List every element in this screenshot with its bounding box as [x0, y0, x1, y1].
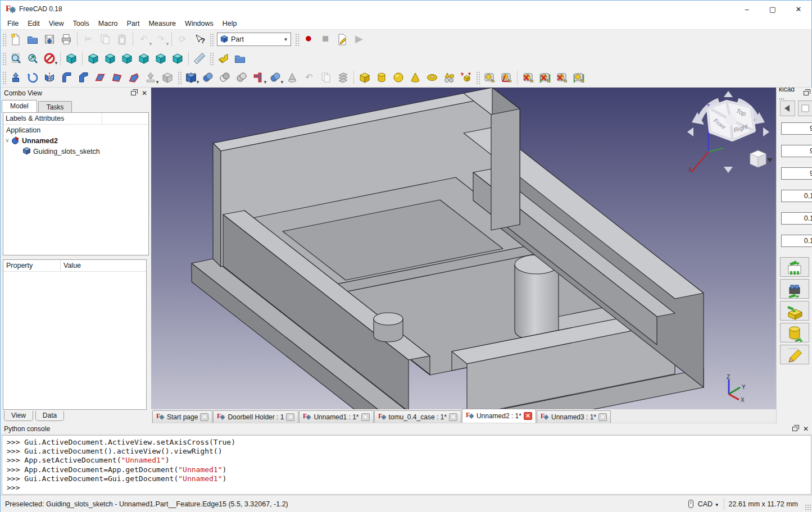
3d-model-part[interactable]	[151, 88, 776, 409]
redo-button[interactable]: ↷▼	[152, 31, 169, 48]
new-file-button[interactable]	[7, 31, 24, 48]
tab-tasks[interactable]: Tasks	[38, 101, 72, 113]
kicad-field-1[interactable]: 90	[781, 145, 812, 157]
part-mirror-button[interactable]	[41, 69, 58, 86]
menu-measure[interactable]: Measure	[144, 19, 180, 29]
part-union-button[interactable]	[199, 69, 216, 86]
toolbar-drag-handle[interactable]	[2, 52, 6, 65]
paste-button[interactable]	[114, 31, 130, 48]
view-left-button[interactable]	[169, 50, 186, 67]
refresh-button[interactable]: ⟳	[174, 31, 191, 48]
open-file-button[interactable]	[24, 31, 41, 48]
part-ruled-surface-button[interactable]	[108, 69, 125, 86]
toolbar-drag-handle[interactable]	[209, 33, 214, 46]
part-make-face-button[interactable]	[92, 69, 108, 86]
toolbar-drag-handle[interactable]	[177, 71, 182, 84]
3d-viewport[interactable]: Z X Top Front Right	[151, 88, 776, 409]
kicad-export-library-button[interactable]	[780, 323, 809, 342]
close-panel-icon[interactable]: ✕	[801, 425, 810, 433]
kicad-field-4[interactable]: 0.10	[781, 212, 812, 225]
close-tab-icon[interactable]: ✕	[449, 413, 457, 421]
menu-macro[interactable]: Macro	[94, 19, 123, 29]
document-tab-4[interactable]: F Unnamed2 : 1* ✕	[462, 409, 536, 423]
measure-linear-button[interactable]	[481, 69, 498, 86]
kicad-export-pcb-button[interactable]	[780, 257, 809, 277]
blank-page-button[interactable]	[798, 100, 812, 116]
chevron-down-icon[interactable]: ▼	[281, 33, 291, 45]
part-boolean-button[interactable]: ▼	[183, 69, 199, 86]
toolbar-drag-handle[interactable]	[294, 33, 299, 46]
primitive-torus-button[interactable]	[424, 69, 441, 86]
toolbar-drag-handle[interactable]	[209, 52, 214, 65]
shape-builder-button[interactable]	[457, 69, 474, 86]
part-icon-button[interactable]	[215, 50, 232, 67]
macro-edit-button[interactable]	[334, 31, 351, 48]
kicad-export-module-button[interactable]	[780, 301, 809, 321]
close-button[interactable]: ✕	[786, 1, 811, 17]
part-thickness-button[interactable]	[159, 69, 176, 86]
primitive-cylinder-button[interactable]	[373, 69, 390, 86]
measure-distance-button[interactable]	[191, 50, 208, 67]
back-button[interactable]	[780, 100, 795, 116]
print-button[interactable]	[58, 31, 75, 48]
part-cross-sections-button[interactable]: ▼	[267, 69, 284, 86]
menu-tools[interactable]: Tools	[69, 19, 94, 29]
tab-model[interactable]: Model	[2, 100, 37, 113]
document-tab-2[interactable]: F Unnamed1 : 1* ✕	[299, 410, 373, 423]
measure-toggle-delta-button[interactable]	[570, 69, 587, 86]
document-tab-3[interactable]: F tomu_0.4_case : 1* ✕	[374, 410, 461, 423]
part-defeaturing-button[interactable]	[317, 69, 334, 86]
tab-view[interactable]: View	[4, 411, 33, 421]
document-tab-0[interactable]: F Start page ✕	[152, 410, 212, 423]
kicad-export-ic-button[interactable]	[780, 279, 809, 299]
part-revolve-button[interactable]	[24, 69, 41, 86]
view-front-button[interactable]	[85, 50, 102, 67]
view-top-button[interactable]	[102, 50, 119, 67]
measure-angular-button[interactable]	[498, 69, 515, 86]
tab-data[interactable]: Data	[35, 411, 64, 421]
draw-style-button[interactable]: ▼	[41, 50, 58, 67]
part-section-button[interactable]: ▼	[250, 69, 267, 86]
tree-item-application[interactable]: Application	[3, 125, 148, 135]
part-offset-3d-button[interactable]	[284, 69, 301, 86]
macro-execute-button[interactable]: ▶	[351, 31, 368, 48]
part-fillet-button[interactable]	[58, 69, 75, 86]
view-rear-button[interactable]	[135, 50, 152, 67]
maximize-button[interactable]: ▢	[760, 1, 786, 17]
kicad-field-0[interactable]: 90	[781, 122, 812, 135]
fit-all-button[interactable]	[7, 50, 24, 67]
cut-button[interactable]: ✂	[80, 31, 97, 48]
primitives-dialog-button[interactable]	[441, 69, 457, 86]
part-extrude-button[interactable]	[7, 69, 24, 86]
measure-toggle-all-button[interactable]	[537, 69, 554, 86]
menu-windows[interactable]: Windows	[180, 19, 218, 29]
primitive-box-button[interactable]	[356, 69, 373, 86]
nav-style-selector[interactable]: CAD ▼	[698, 500, 719, 508]
primitive-cone-button[interactable]	[407, 69, 424, 86]
workbench-selector[interactable]: Part ▼	[217, 33, 291, 46]
python-console-body[interactable]: >>> Gui.ActiveDocument.ActiveView.setAxi…	[2, 435, 811, 495]
close-tab-icon[interactable]: ✕	[361, 413, 370, 421]
document-tab-5[interactable]: F Unnamed3 : 1* ✕	[537, 410, 611, 423]
float-panel-icon[interactable]	[790, 425, 799, 433]
undo-button[interactable]: ↶▼	[135, 31, 152, 48]
close-tab-icon[interactable]: ✕	[524, 412, 532, 420]
resize-grip[interactable]	[805, 504, 811, 511]
group-icon-button[interactable]	[232, 50, 248, 67]
toolbar-drag-handle[interactable]	[475, 71, 480, 84]
close-tab-icon[interactable]: ✕	[598, 413, 607, 421]
tree-item-sketch[interactable]: Guiding_slots_sketch	[3, 146, 148, 157]
kicad-field-5[interactable]: 0.10	[781, 235, 812, 247]
part-chamfer-button[interactable]	[75, 69, 92, 86]
toolbar-drag-handle[interactable]	[2, 71, 6, 84]
navigation-cube[interactable]: Z X Top Front Right	[684, 90, 773, 176]
primitive-sphere-button[interactable]	[390, 69, 407, 86]
macro-record-button[interactable]: ●	[300, 31, 317, 48]
part-refine-shape-button[interactable]: ↶	[301, 69, 317, 86]
whats-this-button[interactable]: ?	[191, 31, 208, 48]
kicad-field-3[interactable]: 0.10	[781, 190, 812, 202]
minimize-button[interactable]: –	[734, 1, 760, 17]
menu-help[interactable]: Help	[218, 19, 242, 29]
menu-view[interactable]: View	[44, 19, 69, 29]
measure-toggle-3d-button[interactable]	[554, 69, 570, 86]
